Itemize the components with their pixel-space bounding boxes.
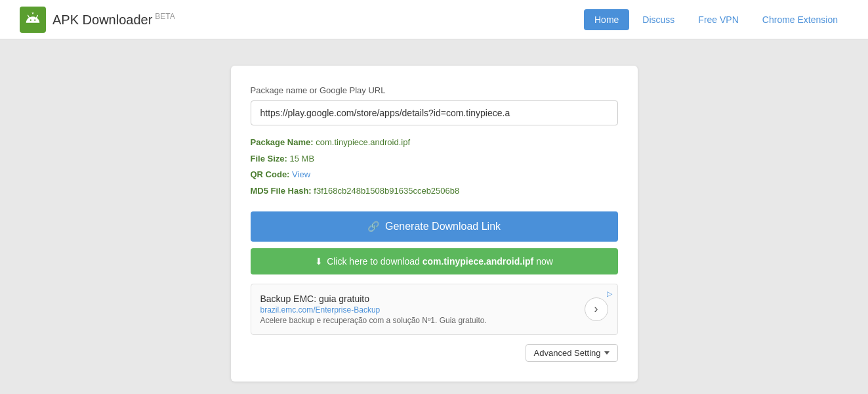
package-name-row: Package Name: com.tinypiece.android.ipf <box>251 135 618 151</box>
download-icon <box>315 256 323 267</box>
nav-chrome-extension[interactable]: Chrome Extension <box>752 9 848 30</box>
md5-label: MD5 File Hash: <box>251 186 312 196</box>
ad-title: Backup EMC: guia gratuito <box>260 294 487 304</box>
ad-arrow-button[interactable]: › <box>585 297 608 321</box>
file-size-value: 15 MB <box>289 154 314 164</box>
ad-arrow-icon: › <box>594 302 598 316</box>
qr-code-row: QR Code: View <box>251 167 618 183</box>
file-size-label: File Size: <box>251 154 287 164</box>
download-now-button[interactable]: Click here to download com.tinypiece.and… <box>251 248 618 274</box>
advanced-btn-label: Advanced Setting <box>534 348 601 358</box>
field-label: Package name or Google Play URL <box>251 85 618 95</box>
download-package: com.tinypiece.android.ipf <box>423 256 534 267</box>
app-logo <box>20 7 46 33</box>
advanced-row: Advanced Setting <box>251 344 618 362</box>
main-content: Package name or Google Play URL Package … <box>0 39 868 394</box>
download-prefix: Click here to download <box>327 256 423 267</box>
md5-value: f3f168cb248b1508b91635cceb2506b8 <box>314 186 459 196</box>
download-suffix: now <box>533 256 553 267</box>
package-info: Package Name: com.tinypiece.android.ipf … <box>251 135 618 200</box>
header: APK DownloaderBETA Home Discuss Free VPN… <box>0 0 868 39</box>
download-btn-text: Click here to download com.tinypiece.and… <box>327 256 553 267</box>
url-input[interactable] <box>251 100 618 125</box>
main-nav: Home Discuss Free VPN Chrome Extension <box>584 9 848 30</box>
file-size-row: File Size: 15 MB <box>251 151 618 167</box>
ad-badge: ▷ <box>607 290 612 298</box>
generate-download-button[interactable]: Generate Download Link <box>251 211 618 242</box>
main-card: Package name or Google Play URL Package … <box>231 66 638 382</box>
chevron-down-icon <box>604 351 610 355</box>
package-name-label: Package Name: <box>251 137 314 147</box>
ad-url-link[interactable]: brazil.emc.com/Enterprise-Backup <box>260 305 381 315</box>
nav-discuss[interactable]: Discuss <box>632 9 685 30</box>
package-name-value: com.tinypiece.android.ipf <box>316 137 410 147</box>
android-icon <box>24 11 41 28</box>
logo-area: APK DownloaderBETA <box>20 7 175 33</box>
generate-btn-label: Generate Download Link <box>385 221 501 232</box>
ad-text: Backup EMC: guia gratuito brazil.emc.com… <box>260 294 487 325</box>
advanced-setting-button[interactable]: Advanced Setting <box>526 344 618 362</box>
nav-home[interactable]: Home <box>584 9 629 30</box>
app-title: APK DownloaderBETA <box>52 12 175 28</box>
ad-content: Backup EMC: guia gratuito brazil.emc.com… <box>260 294 608 325</box>
qr-code-label: QR Code: <box>251 169 290 179</box>
qr-code-link[interactable]: View <box>292 169 310 179</box>
md5-row: MD5 File Hash: f3f168cb248b1508b91635cce… <box>251 183 618 200</box>
ad-box: ▷ Backup EMC: guia gratuito brazil.emc.c… <box>251 284 618 335</box>
ad-description: Acelere backup e recuperação com a soluç… <box>260 316 487 325</box>
link-icon <box>367 221 380 232</box>
nav-free-vpn[interactable]: Free VPN <box>688 9 749 30</box>
